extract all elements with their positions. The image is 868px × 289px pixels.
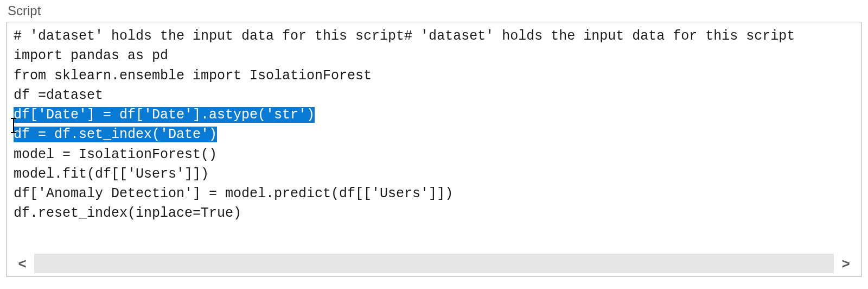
scrollbar-thumb[interactable] [34,254,834,273]
code-line[interactable]: df['Anomaly Detection'] = model.predict(… [14,184,856,204]
code-line[interactable]: import pandas as pd [14,46,856,66]
script-panel: Script # 'dataset' holds the input data … [0,0,868,289]
code-line[interactable]: model.fit(df[['Users']]) [14,165,856,184]
code-line[interactable]: model = IsolationForest() [14,145,856,165]
code-line[interactable]: from sklearn.ensemble import IsolationFo… [14,66,856,86]
scrollbar-track[interactable] [34,254,834,273]
scroll-left-button[interactable]: < [10,254,34,273]
code-line[interactable]: df['Date'] = df['Date'].astype('str') [14,105,856,125]
script-editor-frame: # 'dataset' holds the input data for thi… [7,22,861,277]
scroll-right-button[interactable]: > [834,254,858,273]
code-line[interactable]: df.reset_index(inplace=True) [14,204,856,223]
panel-title: Script [8,3,861,18]
code-line[interactable]: df = df.set_index('Date') [14,125,856,144]
code-line[interactable]: # 'dataset' holds the input data for thi… [14,27,856,46]
script-editor[interactable]: # 'dataset' holds the input data for thi… [7,22,861,229]
code-line[interactable]: df =dataset [14,86,856,105]
horizontal-scrollbar[interactable]: < > [10,254,858,273]
